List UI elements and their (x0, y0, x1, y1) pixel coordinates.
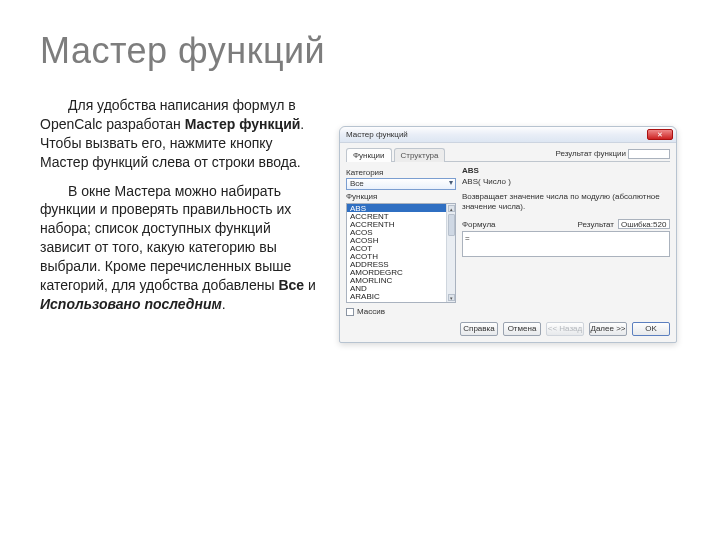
result-label: Результат (578, 220, 614, 229)
text-run: . (222, 296, 226, 312)
next-button[interactable]: Далее >> (589, 322, 627, 336)
checkbox-icon[interactable] (346, 308, 354, 316)
list-item[interactable]: ACCRENT (347, 212, 455, 220)
paragraph-1: Для удобства написания формул в OpenCalc… (40, 96, 320, 172)
help-button[interactable]: Справка (460, 322, 498, 336)
dialog-titlebar[interactable]: Мастер функций ✕ (340, 127, 676, 143)
list-item[interactable]: ADDRESS (347, 260, 455, 268)
category-combo[interactable]: Все (346, 178, 456, 190)
text-run: В окне Мастера можно набирать функции и … (40, 183, 291, 293)
function-name: ABS (462, 166, 670, 175)
text-run: и (304, 277, 316, 293)
list-item[interactable]: ACOTH (347, 252, 455, 260)
function-label: Функция (346, 192, 456, 201)
function-signature: ABS( Число ) (462, 177, 670, 186)
list-item[interactable]: ACCRENTH (347, 220, 455, 228)
formula-input[interactable]: = (462, 231, 670, 257)
slide-title: Мастер функций (40, 30, 680, 72)
category-label: Категория (346, 168, 456, 177)
list-item[interactable]: ACOT (347, 244, 455, 252)
list-item[interactable]: AMORLINC (347, 276, 455, 284)
function-description: Возвращает значение числа по модулю (абс… (462, 192, 670, 211)
array-label: Массив (357, 307, 385, 316)
list-item[interactable]: ACOS (347, 228, 455, 236)
scrollbar[interactable]: ▴ ▾ (446, 204, 455, 302)
formula-label: Формула (462, 220, 496, 229)
text-bold: Все (278, 277, 304, 293)
result-function-group: Результат функции (555, 149, 670, 159)
tab-functions[interactable]: Функции (346, 148, 392, 162)
text-bold: Мастер функций (185, 116, 301, 132)
result-box: Ошибка:520 (618, 219, 670, 229)
result-function-box (628, 149, 670, 159)
list-item[interactable]: AND (347, 284, 455, 292)
scroll-thumb[interactable] (448, 214, 455, 236)
close-icon[interactable]: ✕ (647, 129, 673, 140)
list-item[interactable]: ARABIC (347, 292, 455, 300)
ok-button[interactable]: OK (632, 322, 670, 336)
paragraph-2: В окне Мастера можно набирать функции и … (40, 182, 320, 314)
list-item[interactable]: AMORDEGRC (347, 268, 455, 276)
list-item[interactable]: ACOSH (347, 236, 455, 244)
text-italic: Использовано последним (40, 296, 222, 312)
function-list[interactable]: ABS ACCRENT ACCRENTH ACOS ACOSH ACOT ACO… (346, 203, 456, 303)
list-item[interactable]: AREAS (347, 300, 455, 303)
dialog-window: Мастер функций ✕ Функции Структура Резул… (339, 126, 677, 343)
scroll-down-icon[interactable]: ▾ (448, 294, 455, 301)
body-text: Для удобства написания формул в OpenCalc… (40, 96, 320, 324)
dialog-title: Мастер функций (346, 130, 408, 139)
back-button: << Назад (546, 322, 584, 336)
result-function-label: Результат функции (555, 149, 626, 158)
list-item[interactable]: ABS (347, 204, 455, 212)
array-checkbox[interactable]: Массив (346, 307, 670, 316)
cancel-button[interactable]: Отмена (503, 322, 541, 336)
tab-structure[interactable]: Структура (394, 148, 446, 162)
scroll-up-icon[interactable]: ▴ (448, 205, 455, 212)
